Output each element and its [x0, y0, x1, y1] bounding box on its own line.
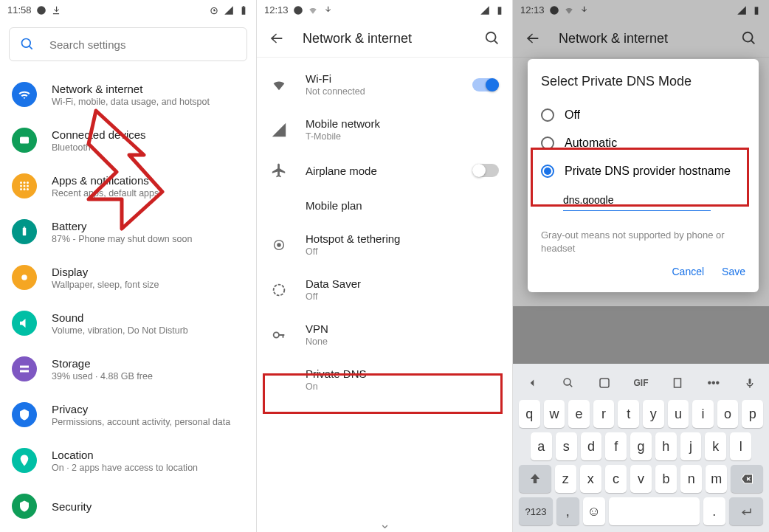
svg-rect-3	[243, 6, 244, 7]
signal-icon	[224, 5, 234, 15]
setting-sound[interactable]: SoundVolume, vibration, Do Not Disturb	[0, 300, 256, 346]
svg-rect-15	[23, 228, 27, 236]
key-w[interactable]: w	[544, 400, 565, 428]
symbols-key[interactable]: ?123	[519, 497, 553, 525]
header-title: Network & internet	[303, 31, 466, 46]
net-mobileplan[interactable]: Mobile plan	[257, 189, 512, 222]
svg-point-6	[20, 182, 22, 184]
kb-collapse-icon[interactable]	[522, 373, 542, 393]
net-datasaver[interactable]: Data SaverOff	[257, 267, 512, 312]
alarm-icon	[209, 5, 219, 15]
net-wifi[interactable]: Wi-FiNot connected	[257, 62, 512, 107]
signal-icon	[270, 122, 288, 138]
key-q[interactable]: q	[519, 400, 540, 428]
header: Network & internet	[513, 20, 769, 58]
key-a[interactable]: a	[531, 432, 552, 460]
svg-point-25	[274, 284, 285, 295]
cancel-button[interactable]: Cancel	[672, 266, 704, 277]
svg-point-13	[24, 188, 26, 190]
status-bar: 12:13	[257, 0, 512, 20]
key-c[interactable]: c	[605, 465, 627, 493]
backspace-key[interactable]	[731, 465, 763, 493]
net-airplane[interactable]: Airplane mode	[257, 152, 512, 189]
search-input[interactable]	[49, 38, 236, 51]
net-hotspot[interactable]: Hotspot & tetheringOff	[257, 222, 512, 267]
setting-location[interactable]: LocationOn · 2 apps have access to locat…	[0, 438, 256, 483]
key-m[interactable]: m	[706, 465, 727, 493]
kb-search-icon[interactable]	[558, 373, 579, 393]
signal-icon	[480, 5, 490, 15]
space-key[interactable]	[609, 497, 699, 525]
key-n[interactable]: n	[680, 465, 702, 493]
save-button[interactable]: Save	[722, 266, 745, 277]
key-o[interactable]: o	[717, 400, 739, 428]
setting-storage[interactable]: Storage39% used · 4.88 GB free	[0, 346, 256, 392]
enter-key[interactable]	[729, 497, 763, 525]
setting-security[interactable]: Security	[0, 483, 256, 529]
comma-key[interactable]: ,	[556, 497, 579, 525]
key-f[interactable]: f	[605, 432, 627, 460]
search-icon[interactable]	[741, 30, 757, 46]
key-y[interactable]: y	[643, 400, 664, 428]
key-t[interactable]: t	[618, 400, 639, 428]
setting-network[interactable]: Network & internetWi-Fi, mobile, data us…	[0, 72, 256, 117]
key-b[interactable]: b	[655, 465, 677, 493]
svg-rect-28	[755, 7, 759, 14]
dialog-title: Select Private DNS Mode	[541, 74, 745, 89]
key-p[interactable]: p	[742, 400, 763, 428]
storage-icon	[12, 356, 37, 381]
net-mobile[interactable]: Mobile networkT-Mobile	[257, 107, 512, 152]
dns-hostname-input[interactable]	[563, 190, 711, 211]
radio-automatic[interactable]: Automatic	[541, 129, 745, 157]
key-v[interactable]: v	[630, 465, 652, 493]
key-i[interactable]: i	[692, 400, 714, 428]
back-icon[interactable]	[525, 30, 541, 46]
radio-hostname[interactable]: Private DNS provider hostname	[541, 157, 745, 185]
svg-point-12	[20, 188, 22, 190]
key-d[interactable]: d	[581, 432, 602, 460]
svg-rect-32	[674, 379, 680, 387]
location-icon	[12, 448, 37, 473]
net-vpn[interactable]: VPNNone	[257, 312, 512, 357]
net-privatedns[interactable]: Private DNSOn	[257, 357, 512, 402]
key-u[interactable]: u	[668, 400, 689, 428]
svg-rect-19	[20, 370, 29, 373]
setting-connected[interactable]: Connected devicesBluetooth	[0, 117, 256, 163]
kb-mic-icon[interactable]	[739, 373, 760, 393]
status-bar: 11:58	[0, 0, 256, 20]
wifi-icon	[270, 77, 288, 93]
status-time: 11:58	[7, 4, 32, 15]
spotify-icon	[36, 5, 46, 15]
key-k[interactable]: k	[705, 432, 726, 460]
private-dns-dialog: Select Private DNS Mode Off Automatic Pr…	[528, 59, 759, 292]
airplane-toggle[interactable]	[472, 164, 499, 177]
key-s[interactable]: s	[556, 432, 577, 460]
key-x[interactable]: x	[580, 465, 601, 493]
period-key[interactable]: .	[703, 497, 726, 525]
key-g[interactable]: g	[630, 432, 652, 460]
kb-more-icon[interactable]: •••	[703, 373, 724, 393]
key-l[interactable]: l	[730, 432, 751, 460]
search-icon[interactable]	[484, 30, 500, 46]
key-e[interactable]: e	[568, 400, 590, 428]
shift-key[interactable]	[519, 465, 551, 493]
svg-point-26	[274, 332, 279, 337]
emoji-key[interactable]: ☺	[583, 497, 606, 525]
key-z[interactable]: z	[555, 465, 576, 493]
radio-off[interactable]: Off	[541, 101, 745, 129]
kb-sticker-icon[interactable]	[594, 373, 615, 393]
back-icon[interactable]	[269, 30, 285, 46]
search-settings[interactable]	[9, 27, 247, 61]
wifi-toggle[interactable]	[472, 78, 499, 91]
setting-display[interactable]: DisplayWallpaper, sleep, font size	[0, 255, 256, 300]
svg-point-7	[24, 182, 26, 184]
key-h[interactable]: h	[655, 432, 677, 460]
kb-clipboard-icon[interactable]	[667, 373, 688, 393]
setting-privacy[interactable]: PrivacyPermissions, account activity, pe…	[0, 392, 256, 438]
kb-gif-icon[interactable]: GIF	[630, 373, 651, 393]
key-r[interactable]: r	[593, 400, 615, 428]
svg-rect-2	[242, 7, 246, 14]
setting-apps[interactable]: Apps & notificationsRecent apps, default…	[0, 163, 256, 209]
key-j[interactable]: j	[680, 432, 702, 460]
setting-battery[interactable]: Battery87% - Phone may shut down soon	[0, 209, 256, 255]
